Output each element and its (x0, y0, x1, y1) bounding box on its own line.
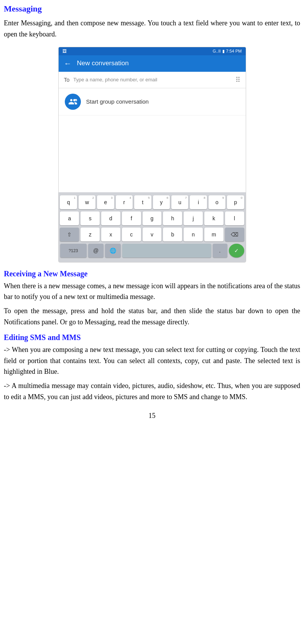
page-title: Messaging (4, 4, 300, 14)
add-group-svg: + (68, 97, 77, 106)
editing-title: Editing SMS and MMS (4, 333, 300, 342)
editing-text-2: -> A multimedia message may contain vide… (4, 380, 300, 403)
keyboard-row-3: ⇧ z x c v b n m ⌫ (60, 228, 244, 241)
intro-text: Enter Messaging, and then compose new me… (4, 18, 300, 40)
key-m[interactable]: m (204, 228, 223, 241)
phone-screenshot: 🖼 G..II ▮ 7:54 PM ← New conversation To … (58, 47, 246, 263)
key-o[interactable]: 9o (209, 195, 225, 209)
time-display: 7:54 PM (226, 49, 242, 53)
key-t[interactable]: 5t (134, 195, 151, 209)
signal-icon: G..II (213, 49, 221, 53)
to-label: To (64, 77, 70, 83)
key-b[interactable]: b (163, 228, 182, 241)
key-v[interactable]: v (143, 228, 162, 241)
page-number: 15 (4, 412, 300, 420)
keyboard: 1q 2w 3e 4r 5t 6y 7u 8i 9o 0p a s d f g … (59, 192, 246, 262)
key-backspace[interactable]: ⌫ (225, 228, 244, 241)
key-space[interactable] (122, 244, 211, 258)
key-z[interactable]: z (81, 228, 100, 241)
key-c[interactable]: c (122, 228, 141, 241)
key-u[interactable]: 7u (171, 195, 188, 209)
keyboard-row-2: a s d f g h j k l (60, 211, 244, 225)
status-bar: 🖼 G..II ▮ 7:54 PM (59, 47, 246, 55)
app-bar: ← New conversation (59, 55, 246, 72)
keyboard-row-1: 1q 2w 3e 4r 5t 6y 7u 8i 9o 0p (60, 195, 244, 209)
key-r[interactable]: 4r (116, 195, 133, 209)
app-bar-title: New conversation (77, 59, 129, 67)
key-shift[interactable]: ⇧ (60, 228, 79, 241)
key-f[interactable]: f (122, 211, 141, 225)
receiving-title: Receiving a New Message (4, 269, 300, 278)
key-dot[interactable]: . (213, 244, 227, 258)
key-j[interactable]: j (184, 211, 203, 225)
key-w[interactable]: 2w (79, 195, 95, 209)
key-at[interactable]: @ (88, 244, 104, 258)
key-a[interactable]: a (60, 211, 79, 225)
group-conversation-item[interactable]: + Start group conversation (59, 88, 246, 116)
key-l[interactable]: l (225, 211, 244, 225)
key-i[interactable]: 8i (190, 195, 207, 209)
key-enter[interactable]: ✓ (229, 244, 244, 258)
key-y[interactable]: 6y (153, 195, 170, 209)
receiving-text-1: When there is a new message comes, a new… (4, 281, 300, 303)
svg-text:+: + (75, 99, 77, 101)
key-g[interactable]: g (143, 211, 162, 225)
key-p[interactable]: 0p (227, 195, 244, 209)
key-x[interactable]: x (101, 228, 120, 241)
key-n[interactable]: n (184, 228, 203, 241)
key-h[interactable]: h (163, 211, 182, 225)
status-bar-left: 🖼 (62, 49, 67, 53)
to-input-placeholder[interactable]: Type a name, phone number, or email (73, 77, 235, 83)
key-globe[interactable]: 🌐 (105, 244, 121, 258)
back-button[interactable]: ← (64, 59, 72, 68)
key-d[interactable]: d (101, 211, 120, 225)
group-conversation-icon: + (65, 94, 81, 110)
key-k[interactable]: k (204, 211, 223, 225)
key-e[interactable]: 3e (97, 195, 114, 209)
key-q[interactable]: 1q (60, 195, 77, 209)
status-bar-right: G..II ▮ 7:54 PM (213, 49, 242, 54)
receiving-text-2: To open the message, press and hold the … (4, 305, 300, 328)
key-numbers[interactable]: ?123 (60, 244, 87, 258)
empty-conversation-area (59, 116, 246, 192)
to-field[interactable]: To Type a name, phone number, or email ⠿ (59, 72, 246, 88)
key-s[interactable]: s (81, 211, 100, 225)
contacts-grid-icon[interactable]: ⠿ (235, 76, 240, 84)
editing-text-1: -> When you are composing a new text mes… (4, 344, 300, 377)
keyboard-row-bottom: ?123 @ 🌐 . ✓ (60, 244, 244, 258)
battery-icon: ▮ (222, 49, 225, 54)
status-bar-icon: 🖼 (62, 49, 67, 53)
group-conversation-label: Start group conversation (86, 98, 149, 105)
